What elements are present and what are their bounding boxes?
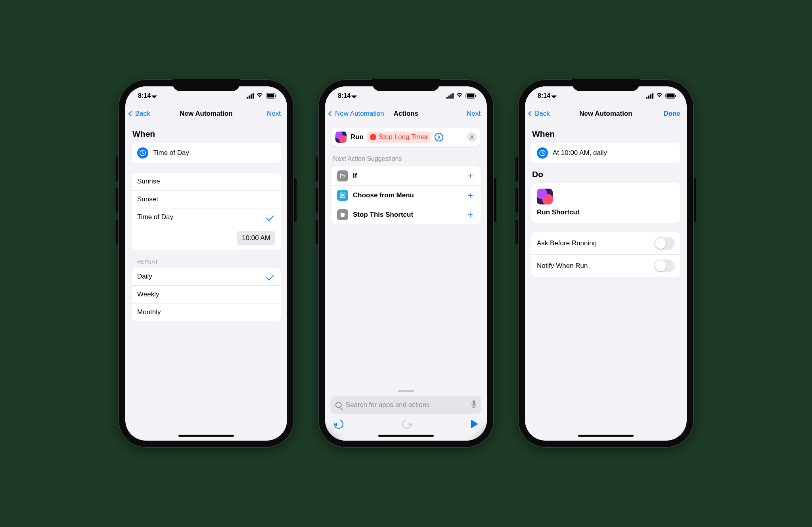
when-summary-card[interactable]: At 10:00 AM, daily [531, 143, 680, 163]
trigger-row[interactable]: Time of Day [132, 143, 281, 163]
phone-frame-3: 8:14 Back New Automation Done When [518, 79, 694, 448]
shortcuts-app-icon [537, 189, 553, 204]
notch [172, 79, 240, 91]
navbar: Back New Automation Next [125, 105, 287, 123]
svg-rect-2 [276, 95, 276, 97]
phone-frame-2: 8:14 New Automation Actions Next Run [318, 79, 494, 448]
wifi-icon [256, 92, 263, 99]
shortcut-token[interactable]: Stop Long Timer [367, 132, 431, 143]
screen-1: 8:14 Back New Automation Next When [125, 86, 287, 441]
repeat-card: Daily Weekly Monthly [132, 268, 281, 321]
repeat-monthly[interactable]: Monthly [132, 303, 281, 321]
back-button[interactable]: Back [529, 110, 550, 118]
cellular-signal-icon [247, 93, 254, 99]
cellular-signal-icon [446, 93, 454, 99]
suggestion-label: If [353, 172, 461, 180]
back-button[interactable]: Back [129, 110, 150, 118]
chevron-left-icon [328, 111, 334, 116]
location-arrow-icon [351, 93, 357, 98]
bottom-panel: Search for apps and actions [325, 387, 487, 441]
remove-action-button[interactable]: ✕ [467, 132, 477, 142]
next-button[interactable]: Next [267, 110, 281, 118]
option-sunset[interactable]: Sunset [132, 190, 281, 208]
option-label: Time of Day [137, 213, 262, 221]
notch [372, 79, 440, 91]
next-button[interactable]: Next [467, 110, 481, 118]
do-card[interactable]: Run Shortcut [531, 183, 680, 223]
back-button[interactable]: New Automation [329, 110, 384, 118]
shortcut-name: Stop Long Timer [379, 133, 428, 141]
redo-button [401, 418, 414, 431]
suggestion-stop-shortcut[interactable]: Stop This Shortcut + [331, 205, 481, 224]
action-verb: Run [350, 133, 364, 141]
location-arrow-icon [151, 93, 157, 98]
time-picker[interactable]: 10:00 AM [237, 231, 275, 245]
when-heading: When [132, 129, 280, 139]
suggestions-header: Next Action Suggestions [333, 155, 479, 162]
option-label: Daily [137, 273, 262, 281]
suggestion-label: Stop This Shortcut [353, 211, 461, 219]
home-indicator [178, 435, 234, 437]
svg-rect-5 [467, 94, 474, 97]
navbar: New Automation Actions Next [325, 105, 487, 123]
setting-label: Notify When Run [537, 262, 649, 270]
status-time: 8:14 [538, 92, 550, 99]
battery-icon [465, 93, 477, 99]
option-time-of-day[interactable]: Time of Day [132, 208, 281, 226]
back-label: Back [535, 110, 550, 118]
notch [572, 79, 640, 91]
wifi-icon [456, 92, 463, 99]
repeat-weekly[interactable]: Weekly [132, 285, 281, 303]
repeat-header: REPEAT [137, 259, 275, 265]
add-icon[interactable]: + [465, 191, 475, 200]
add-icon[interactable]: + [465, 210, 475, 220]
time-options-card: Sunrise Sunset Time of Day 10:00 AM [132, 173, 281, 250]
shortcuts-app-icon [335, 132, 347, 143]
toggle-ask-before-running[interactable] [654, 237, 675, 250]
suggestion-if[interactable]: If + [331, 166, 481, 185]
svg-rect-11 [666, 94, 674, 97]
wifi-icon [656, 92, 663, 99]
option-label: Sunrise [137, 178, 275, 185]
sheet-grabber[interactable] [398, 390, 414, 392]
option-label: Sunset [137, 195, 275, 203]
do-label: Run Shortcut [537, 208, 675, 216]
cellular-signal-icon [646, 93, 653, 99]
run-button[interactable] [471, 420, 478, 428]
search-field[interactable]: Search for apps and actions [331, 396, 481, 414]
home-indicator [378, 435, 434, 437]
status-time: 8:14 [338, 92, 350, 99]
search-icon [335, 402, 342, 408]
time-picker-row: 10:00 AM [132, 226, 281, 250]
editor-toolbar [331, 414, 481, 429]
toggle-notify-when-run[interactable] [654, 260, 675, 272]
run-shortcut-action[interactable]: Run Stop Long Timer ✕ [331, 128, 481, 147]
chevron-left-icon [528, 111, 534, 116]
screen-3: 8:14 Back New Automation Done When [525, 86, 687, 441]
nav-title: New Automation [579, 110, 632, 118]
done-button[interactable]: Done [664, 110, 681, 118]
navbar: Back New Automation Done [525, 105, 687, 123]
add-icon[interactable]: + [465, 171, 475, 181]
suggestion-label: Choose from Menu [353, 191, 461, 199]
trigger-label: Time of Day [153, 149, 275, 157]
suggestion-choose-menu[interactable]: Choose from Menu + [331, 185, 481, 205]
stop-icon [337, 209, 348, 220]
svg-rect-1 [267, 94, 274, 97]
menu-icon [337, 190, 348, 201]
status-time: 8:14 [138, 92, 151, 99]
location-arrow-icon [551, 93, 557, 98]
nav-title: New Automation [180, 110, 232, 118]
suggestions-list: If + Choose from Menu + Stop This Shortc… [331, 166, 481, 224]
automation-settings-card: Ask Before Running Notify When Run [531, 232, 680, 277]
repeat-daily[interactable]: Daily [132, 268, 281, 285]
option-sunrise[interactable]: Sunrise [132, 173, 281, 190]
trigger-card: Time of Day [132, 143, 281, 163]
microphone-icon[interactable] [471, 400, 477, 410]
disclosure-button[interactable] [435, 133, 443, 141]
svg-rect-6 [475, 95, 476, 97]
option-label: Monthly [137, 308, 275, 316]
undo-button[interactable] [332, 418, 345, 431]
svg-rect-8 [341, 213, 345, 217]
nav-title: Actions [394, 110, 418, 118]
